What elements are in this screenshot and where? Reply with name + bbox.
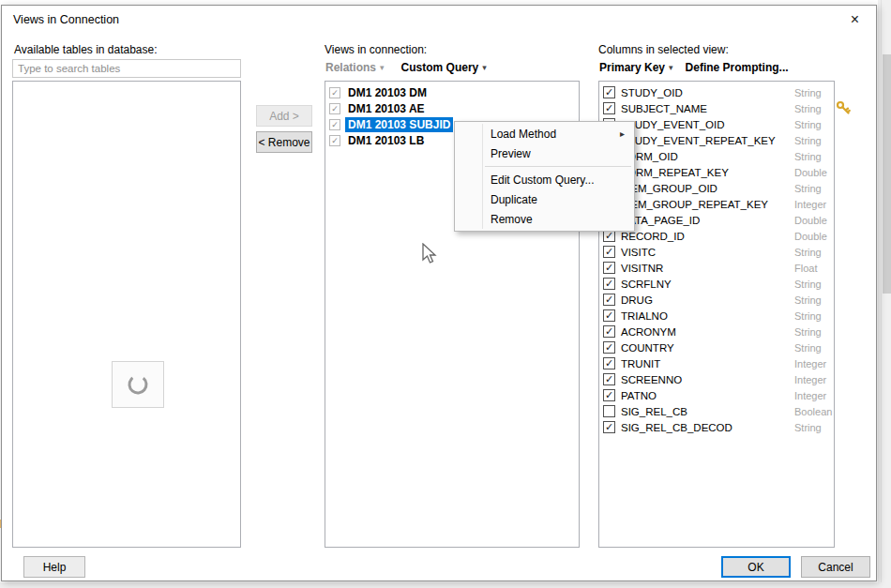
menu-item-load-method[interactable]: Load Method▸ xyxy=(455,124,634,143)
column-checkbox[interactable]: ✓ xyxy=(603,262,615,274)
view-item[interactable]: ✓DM1 20103 AE xyxy=(325,100,579,116)
column-checkbox[interactable]: ✓ xyxy=(603,102,615,114)
view-item[interactable]: ✓DM1 20103 DM xyxy=(325,84,579,100)
column-name: SCRFLNY xyxy=(621,279,672,290)
column-checkbox[interactable]: ✓ xyxy=(603,389,615,401)
custom-query-dropdown-label: Custom Query xyxy=(401,61,479,74)
column-name: TRUNIT xyxy=(621,358,660,369)
menu-item-label: Preview xyxy=(491,147,627,160)
column-row[interactable]: ✓SCRFLNYString xyxy=(599,276,834,292)
column-row[interactable]: ✓VISITNRFloat xyxy=(599,260,834,276)
column-checkbox[interactable]: ✓ xyxy=(603,373,615,385)
column-checkbox[interactable]: ✓ xyxy=(603,86,615,98)
menu-item-remove[interactable]: Remove xyxy=(455,209,634,229)
add-button[interactable]: Add > xyxy=(256,105,312,127)
close-button[interactable]: × xyxy=(834,6,876,33)
column-row[interactable]: ✓STUDY_OIDString xyxy=(599,84,834,100)
loading-spinner xyxy=(112,361,164,408)
help-button[interactable]: Help xyxy=(23,556,85,578)
views-toolbar: Relations ▾ Custom Query ▾ xyxy=(325,61,487,74)
column-type: Integer xyxy=(794,199,826,210)
table-icon: ✓ xyxy=(329,103,340,114)
define-prompting-button[interactable]: Define Prompting... xyxy=(686,61,789,74)
chevron-down-icon: ▾ xyxy=(482,63,487,72)
column-type: String xyxy=(794,247,822,258)
menu-item-label: Load Method xyxy=(491,128,620,141)
column-checkbox[interactable]: ✓ xyxy=(603,278,615,290)
column-name: STUDY_EVENT_REPEAT_KEY xyxy=(621,135,776,146)
column-name: SCREENNO xyxy=(621,374,682,385)
view-item-label: DM1 20103 SUBJID xyxy=(345,117,453,132)
dialog-title: Views in Connection xyxy=(2,13,119,26)
relations-dropdown[interactable]: Relations ▾ xyxy=(325,61,385,74)
column-row[interactable]: ✓VISITCString xyxy=(599,244,834,260)
column-type: Integer xyxy=(794,374,826,385)
relations-dropdown-label: Relations xyxy=(325,61,376,74)
column-name: ITEM_GROUP_OID xyxy=(621,183,717,194)
column-checkbox[interactable]: ✓ xyxy=(603,294,615,306)
columns-toolbar: Primary Key ▾ Define Prompting... xyxy=(599,61,789,74)
primary-key-dropdown[interactable]: Primary Key ▾ xyxy=(599,61,673,74)
menu-item-preview[interactable]: Preview xyxy=(455,143,634,163)
view-item-label: DM1 20103 DM xyxy=(345,85,430,100)
menu-item-label: Duplicate xyxy=(491,193,627,206)
column-checkbox[interactable]: ✓ xyxy=(603,357,615,369)
search-tables-input[interactable] xyxy=(12,59,241,78)
remove-button[interactable]: < Remove xyxy=(256,131,312,153)
menu-item-duplicate[interactable]: Duplicate xyxy=(455,189,634,209)
column-row[interactable]: ✓COUNTRYString xyxy=(599,339,834,355)
column-name: VISITC xyxy=(621,247,656,258)
column-type: String xyxy=(794,151,822,162)
column-row[interactable]: ✓PATNOInteger xyxy=(599,387,834,403)
chevron-down-icon: ▾ xyxy=(669,63,673,72)
column-checkbox[interactable]: ✓ xyxy=(603,309,615,322)
column-checkbox[interactable] xyxy=(603,405,615,417)
column-name: TRIALNO xyxy=(621,310,668,322)
column-type: Float xyxy=(794,263,817,274)
table-icon: ✓ xyxy=(329,87,340,98)
menu-separator xyxy=(485,166,631,167)
column-type: String xyxy=(794,183,822,194)
column-type: Double xyxy=(794,167,827,178)
cancel-button[interactable]: Cancel xyxy=(801,556,870,578)
available-tables-list[interactable] xyxy=(12,81,241,548)
column-checkbox[interactable]: ✓ xyxy=(603,246,615,258)
column-name: DRUG xyxy=(621,294,653,306)
title-bar[interactable]: Views in Connection × xyxy=(2,6,876,33)
column-name: STUDY_OID xyxy=(621,87,683,98)
chevron-down-icon: ▾ xyxy=(380,63,385,72)
column-type: Integer xyxy=(794,390,826,401)
column-row[interactable]: ✓TRIALNOString xyxy=(599,308,834,324)
view-item-label: DM1 20103 LB xyxy=(345,133,427,148)
column-type: String xyxy=(794,326,822,338)
column-row[interactable]: ✓SIG_REL_CB_DECODString xyxy=(599,419,834,435)
column-row[interactable]: ✓SUBJECT_NAMEString xyxy=(599,100,834,116)
ok-button[interactable]: OK xyxy=(721,556,791,578)
column-type: String xyxy=(794,119,822,130)
column-row[interactable]: ✓DRUGString xyxy=(599,292,834,308)
column-name: SUBJECT_NAME xyxy=(621,103,707,114)
view-item-label: DM1 20103 AE xyxy=(345,101,428,116)
custom-query-dropdown[interactable]: Custom Query ▾ xyxy=(401,61,487,74)
column-type: Double xyxy=(794,231,827,242)
primary-key-dropdown-label: Primary Key xyxy=(599,61,665,74)
column-row[interactable]: ✓TRUNITInteger xyxy=(599,355,834,371)
column-row[interactable]: SIG_REL_CBBoolean xyxy=(599,403,834,419)
views-in-connection-label: Views in connection: xyxy=(325,43,427,56)
column-row[interactable]: ✓ACRONYMString xyxy=(599,324,834,339)
scrollbar-thumb[interactable] xyxy=(883,54,891,294)
column-checkbox[interactable]: ✓ xyxy=(603,421,615,433)
column-type: String xyxy=(794,422,822,433)
column-name: PATNO xyxy=(621,390,657,401)
column-row[interactable]: ✓SCREENNOInteger xyxy=(599,371,834,387)
background-scrollbar[interactable] xyxy=(881,0,891,588)
menu-item-edit-custom-query[interactable]: Edit Custom Query... xyxy=(455,170,634,189)
table-icon: ✓ xyxy=(329,119,340,130)
column-name: STUDY_EVENT_OID xyxy=(621,119,725,130)
context-menu: Load Method▸PreviewEdit Custom Query...D… xyxy=(454,121,635,232)
column-checkbox[interactable]: ✓ xyxy=(603,325,615,338)
close-icon: × xyxy=(851,11,859,27)
column-type: String xyxy=(794,103,822,114)
column-checkbox[interactable]: ✓ xyxy=(603,341,615,354)
column-type: Integer xyxy=(794,358,826,369)
